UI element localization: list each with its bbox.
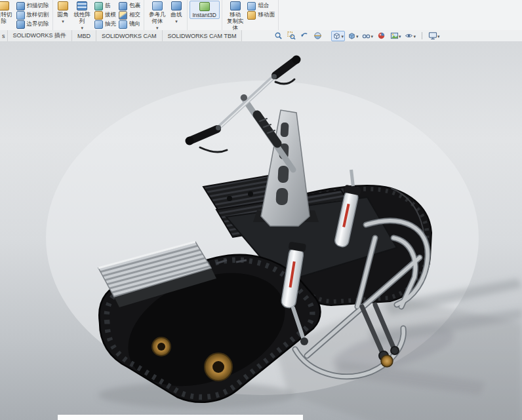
tab-mbd[interactable]: MBD	[72, 30, 96, 41]
command-manager-tab-bar: s SOLIDWORKS 插件 MBD SOLIDWORKS CAM SOLID…	[0, 30, 522, 42]
lofted-cut-label: 放样切割	[27, 11, 49, 19]
shell-label: 抽壳	[105, 20, 116, 28]
curves-label: 曲线	[171, 11, 182, 18]
zoom-to-area-icon	[287, 31, 296, 40]
zoom-to-area-button[interactable]	[285, 31, 297, 41]
3d-model-tracked-vehicle[interactable]	[0, 41, 522, 420]
boundary-cut-label: 边界切除	[27, 20, 49, 28]
fillet-button[interactable]: 圆角	[55, 1, 71, 24]
reference-geometry-button[interactable]: 参考几 何体	[146, 1, 169, 31]
ribbon-group-instant3d: Instant3D	[188, 0, 222, 30]
combine-label: 组合	[258, 2, 269, 10]
draft-icon	[94, 11, 103, 20]
reference-geometry-icon	[152, 1, 163, 10]
intersect-label: 相交	[129, 11, 140, 19]
fillet-dropdown-caret[interactable]	[62, 18, 64, 24]
lofted-cut-button[interactable]: 放样切割	[15, 11, 50, 19]
swept-cut-icon	[16, 2, 25, 10]
hud-separator	[422, 32, 422, 39]
screen-display-icon	[428, 31, 437, 40]
combine-icon	[247, 2, 256, 10]
move-face-button[interactable]: 移动面	[246, 11, 276, 19]
draft-button[interactable]: 拔模	[93, 11, 117, 19]
view-settings-button[interactable]	[403, 31, 417, 41]
curves-button[interactable]: 曲线	[169, 1, 185, 24]
move-copy-body-button[interactable]: 移动 复制实 体	[224, 1, 247, 31]
move-copy-body-label-2: 复制实	[227, 18, 244, 24]
screen-display-button[interactable]	[427, 31, 441, 41]
display-style-icon	[348, 31, 356, 40]
move-copy-body-label-1: 移动	[230, 11, 241, 18]
tab-solidworks-cam[interactable]: SOLIDWORKS CAM	[96, 30, 163, 41]
direct-editing-stack: 组合 移动面	[246, 1, 276, 19]
intersect-button[interactable]: 相交	[117, 11, 142, 19]
apply-scene-button[interactable]	[389, 31, 403, 41]
revolved-cut-button[interactable]: 旋转切 除	[0, 1, 15, 24]
wrap-button[interactable]: 包裹	[117, 2, 142, 10]
rib-label: 筋	[105, 2, 111, 10]
feature-stack-1: 筋 拔模 抽壳	[93, 1, 117, 28]
revolved-cut-label-2: 除	[1, 18, 7, 24]
hide-show-items-button[interactable]	[361, 31, 374, 41]
fillet-label: 圆角	[58, 11, 69, 18]
view-orientation-caret[interactable]	[341, 33, 344, 39]
hide-show-items-caret[interactable]	[371, 33, 373, 39]
reference-geometry-label-1: 参考几	[149, 11, 166, 18]
move-face-icon	[247, 11, 256, 20]
heads-up-view-toolbar	[272, 30, 441, 41]
tab-features-label: s	[2, 33, 5, 39]
display-style-button[interactable]	[346, 31, 360, 41]
zoom-to-fit-button[interactable]	[272, 31, 284, 41]
view-settings-icon	[405, 31, 413, 40]
ribbon-group-cuts: 旋转切 除 扫描切除 放样切割 边界切除	[0, 0, 53, 30]
tab-solidworks-cam-label: SOLIDWORKS CAM	[102, 33, 157, 39]
combine-button[interactable]: 组合	[246, 2, 276, 10]
view-orientation-icon	[332, 31, 341, 40]
feature-stack-2: 包裹 相交 镜向	[117, 1, 142, 28]
rib-button[interactable]: 筋	[93, 2, 117, 10]
curves-dropdown-caret[interactable]	[175, 18, 178, 24]
rib-icon	[94, 2, 103, 10]
instant3d-toggle-button[interactable]: Instant3D	[190, 1, 220, 19]
previous-view-icon	[300, 31, 309, 40]
ribbon-group-direct-editing: 移动 复制实 体 组合 移动面	[222, 0, 279, 30]
shell-button[interactable]: 抽壳	[93, 20, 117, 28]
move-face-label: 移动面	[258, 11, 275, 19]
mirror-button[interactable]: 镜向	[117, 20, 142, 28]
tab-solidworks-addins-label: SOLIDWORKS 插件	[13, 31, 67, 40]
tab-features-partial[interactable]: s	[0, 30, 8, 41]
command-manager-ribbon: 旋转切 除 扫描切除 放样切割 边界切除 圆角 线性阵	[0, 0, 522, 31]
linear-pattern-button[interactable]: 线性阵 列	[71, 1, 94, 31]
wrap-icon	[119, 2, 127, 10]
cut-stack: 扫描切除 放样切割 边界切除	[15, 1, 50, 28]
edit-appearance-button[interactable]	[376, 31, 388, 41]
view-settings-caret[interactable]	[413, 33, 416, 39]
section-view-button[interactable]	[311, 31, 323, 41]
view-orientation-button[interactable]	[331, 31, 345, 41]
instant3d-label: Instant3D	[193, 12, 216, 18]
boundary-cut-button[interactable]: 边界切除	[15, 20, 50, 28]
swept-cut-button[interactable]: 扫描切除	[15, 2, 50, 10]
ribbon-group-reference: 参考几 何体 曲线	[144, 0, 188, 30]
revolved-cut-icon	[0, 1, 9, 10]
linear-pattern-icon	[77, 1, 87, 10]
revolved-cut-label-1: 旋转切	[0, 11, 12, 18]
curves-icon	[171, 1, 182, 10]
bottom-strip	[58, 415, 303, 420]
lofted-cut-icon	[16, 11, 25, 20]
tab-mbd-label: MBD	[77, 33, 90, 39]
apply-scene-icon	[390, 31, 399, 40]
tab-solidworks-addins[interactable]: SOLIDWORKS 插件	[8, 30, 73, 41]
previous-view-button[interactable]	[298, 31, 310, 41]
tab-solidworks-cam-tbm[interactable]: SOLIDWORKS CAM TBM	[163, 30, 243, 41]
instant3d-icon	[199, 2, 210, 11]
swept-cut-label: 扫描切除	[27, 2, 49, 10]
graphics-area[interactable]	[0, 41, 522, 420]
linear-pattern-label-2: 列	[79, 18, 85, 24]
move-copy-body-icon	[230, 1, 241, 10]
apply-scene-caret[interactable]	[399, 33, 401, 39]
mirror-icon	[119, 20, 127, 29]
screen-display-caret[interactable]	[437, 33, 440, 39]
display-style-caret[interactable]	[356, 33, 359, 39]
section-view-icon	[313, 31, 322, 40]
